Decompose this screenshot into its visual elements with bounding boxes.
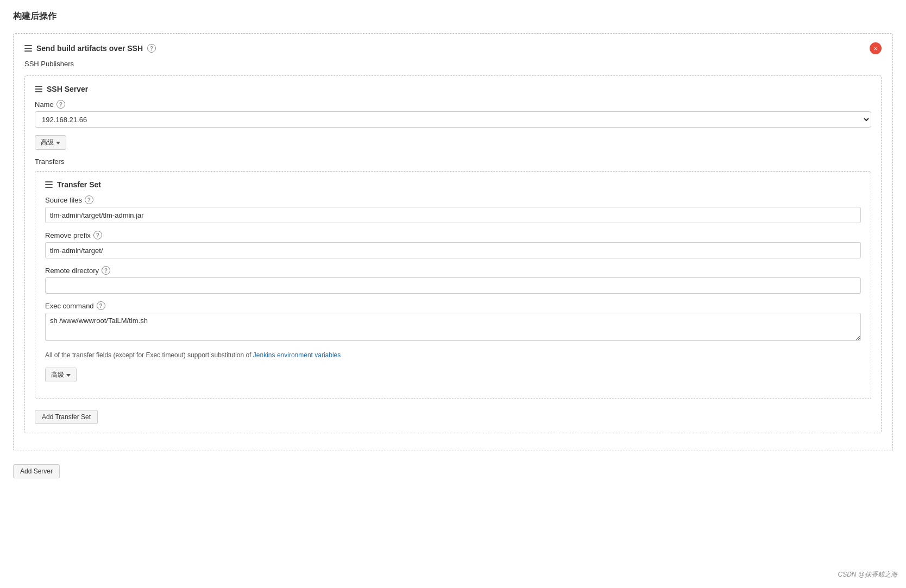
add-transfer-set-button[interactable]: Add Transfer Set [35,410,98,424]
note-text-before-link: All of the transfer fields (except for E… [45,351,253,359]
transfer-set-drag-handle-icon[interactable] [45,181,53,188]
ssh-server-header: SSH Server [35,85,871,93]
remove-prefix-label: Remove prefix ? [45,231,861,239]
ssh-server-advanced-label: 高级 [41,138,54,147]
add-server-button[interactable]: Add Server [13,464,60,478]
ssh-server-advanced-chevron-icon [56,142,60,144]
name-label: Name ? [35,100,871,109]
send-build-artifacts-section: Send build artifacts over SSH ? × SSH Pu… [13,33,893,451]
main-section-title: Send build artifacts over SSH [36,44,143,53]
transfer-set-title: Transfer Set [57,180,101,189]
ssh-publishers-label: SSH Publishers [24,60,882,68]
ssh-server-section: SSH Server Name ? 192.168.21.66 高级 Trans… [24,75,882,433]
remote-directory-input[interactable] [45,277,861,294]
remove-prefix-label-text: Remove prefix [45,231,91,239]
transfer-set-section: Transfer Set Source files ? Remove prefi… [35,171,871,399]
name-label-text: Name [35,100,54,109]
exec-command-label: Exec command ? [45,301,861,310]
main-section-help-icon[interactable]: ? [147,44,156,53]
section-top-bar: Send build artifacts over SSH ? × [24,42,882,54]
exec-command-help-icon[interactable]: ? [97,301,105,310]
page-title: 构建后操作 [13,11,893,22]
exec-command-field-row: Exec command ? sh /www/wwwroot/TaiLM/tlm… [45,301,861,343]
exec-command-textarea[interactable]: sh /www/wwwroot/TaiLM/tlm.sh [45,313,861,341]
remove-prefix-help-icon[interactable]: ? [93,231,102,239]
transfer-set-advanced-label: 高级 [51,370,64,380]
transfers-label: Transfers [35,157,871,166]
name-help-icon[interactable]: ? [56,100,65,109]
remote-directory-help-icon[interactable]: ? [102,266,110,275]
remove-prefix-input[interactable] [45,242,861,258]
remove-prefix-field-row: Remove prefix ? [45,231,861,258]
section-top-left: Send build artifacts over SSH ? [24,44,156,53]
source-files-label: Source files ? [45,195,861,204]
name-select[interactable]: 192.168.21.66 [35,111,871,128]
close-button[interactable]: × [870,42,882,54]
remote-directory-label: Remote directory ? [45,266,861,275]
transfer-set-advanced-chevron-icon [66,374,71,377]
remote-directory-field-row: Remote directory ? [45,266,861,294]
transfer-set-advanced-button[interactable]: 高级 [45,368,77,382]
ssh-server-title: SSH Server [47,85,88,93]
source-files-label-text: Source files [45,196,82,204]
transfer-set-header: Transfer Set [45,180,861,189]
ssh-server-advanced-button[interactable]: 高级 [35,135,66,150]
jenkins-env-link[interactable]: Jenkins environment variables [253,351,341,359]
note-text: All of the transfer fields (except for E… [45,350,861,360]
source-files-field-row: Source files ? [45,195,861,223]
exec-command-label-text: Exec command [45,302,94,310]
drag-handle-icon[interactable] [24,45,32,52]
source-files-input[interactable] [45,207,861,223]
remote-directory-label-text: Remote directory [45,267,99,275]
source-files-help-icon[interactable]: ? [85,195,93,204]
name-field-row: Name ? 192.168.21.66 [35,100,871,128]
ssh-server-drag-handle-icon[interactable] [35,86,42,92]
